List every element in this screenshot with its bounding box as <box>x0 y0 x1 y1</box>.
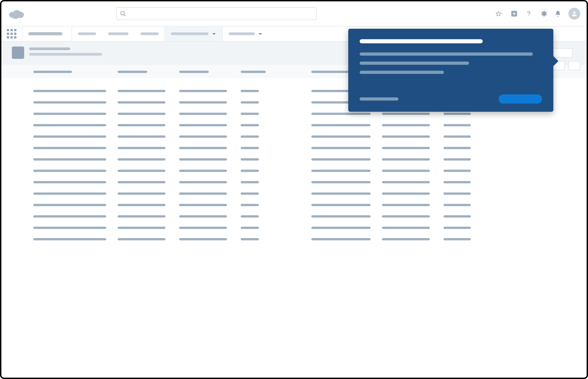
table-cell <box>311 227 382 229</box>
table-cell <box>33 192 118 195</box>
settings-gear-icon[interactable] <box>539 10 547 18</box>
table-cell <box>179 227 241 229</box>
table-cell <box>241 204 311 206</box>
favorite-icon[interactable] <box>496 10 504 18</box>
svg-marker-6 <box>496 11 501 16</box>
popover-body-line <box>360 71 444 74</box>
table-row[interactable] <box>33 176 576 188</box>
notifications-bell-icon[interactable] <box>554 10 562 18</box>
header-actions <box>496 8 580 20</box>
column-header[interactable] <box>311 71 350 73</box>
popover-arrow-icon <box>552 55 558 67</box>
popover-footer-text <box>360 97 398 101</box>
table-cell <box>118 113 179 115</box>
table-cell <box>118 147 179 149</box>
table-row[interactable] <box>33 142 576 154</box>
table-cell <box>241 215 311 218</box>
popover-body-line <box>360 62 469 65</box>
table-cell <box>311 238 382 240</box>
table-cell <box>382 238 443 240</box>
nav-tab-1[interactable] <box>72 26 102 41</box>
table-row[interactable] <box>33 120 576 131</box>
column-header[interactable] <box>179 71 209 73</box>
search-icon <box>120 11 126 17</box>
table-cell <box>311 158 382 160</box>
table-cell <box>311 170 382 172</box>
table-cell <box>443 192 489 195</box>
table-cell <box>33 227 118 229</box>
table-cell <box>33 135 118 138</box>
table-cell <box>241 227 311 229</box>
global-header <box>1 1 587 26</box>
table-cell <box>118 124 179 126</box>
table-cell <box>118 238 179 240</box>
action-button-3[interactable] <box>568 61 580 70</box>
table-cell <box>179 181 241 183</box>
search-input[interactable] <box>129 11 313 17</box>
global-search[interactable] <box>116 7 317 20</box>
help-icon[interactable] <box>525 10 533 18</box>
table-cell <box>33 181 118 183</box>
chevron-down-icon <box>212 32 216 36</box>
table-cell <box>118 101 179 104</box>
table-cell <box>311 147 382 149</box>
table-cell <box>382 192 443 195</box>
add-icon[interactable] <box>510 10 518 18</box>
table-cell <box>118 90 179 92</box>
table-cell <box>33 238 118 240</box>
nav-tab-3[interactable] <box>135 26 165 41</box>
table-cell <box>241 124 311 126</box>
app-window <box>0 0 588 379</box>
table-cell <box>33 215 118 218</box>
table-row[interactable] <box>33 154 576 165</box>
table-cell <box>179 192 241 195</box>
page-subtitle <box>29 53 102 56</box>
svg-point-10 <box>528 15 529 16</box>
table-row[interactable] <box>33 131 576 142</box>
table-cell <box>118 215 179 218</box>
column-header[interactable] <box>241 71 266 73</box>
popover-body-line <box>360 52 533 56</box>
table-cell <box>382 135 443 138</box>
table-cell <box>241 181 311 183</box>
table-cell <box>118 204 179 206</box>
user-avatar[interactable] <box>568 8 580 20</box>
table-cell <box>311 192 382 195</box>
table-cell <box>118 158 179 160</box>
table-row[interactable] <box>33 188 576 199</box>
nav-tab-5[interactable] <box>223 26 269 41</box>
table-cell <box>33 101 118 104</box>
column-header[interactable] <box>118 71 147 73</box>
table-cell <box>443 215 489 218</box>
table-cell <box>443 135 489 138</box>
nav-tab-4[interactable] <box>165 26 223 41</box>
table-cell <box>118 181 179 183</box>
table-cell <box>179 113 241 115</box>
table-cell <box>33 158 118 160</box>
table-cell <box>382 181 443 183</box>
table-row[interactable] <box>33 234 576 245</box>
nav-tab-2[interactable] <box>102 26 135 41</box>
table-cell <box>443 181 489 183</box>
svg-point-11 <box>573 11 575 14</box>
table-cell <box>311 181 382 183</box>
app-launcher-icon[interactable] <box>1 26 22 41</box>
table-cell <box>311 135 382 138</box>
table-cell <box>179 135 241 138</box>
table-cell <box>241 170 311 172</box>
table-cell <box>382 215 443 218</box>
table-row[interactable] <box>33 199 576 211</box>
svg-line-5 <box>124 15 125 16</box>
chevron-down-icon <box>258 32 263 36</box>
popover-title <box>360 39 483 43</box>
table-row[interactable] <box>33 165 576 176</box>
table-cell <box>179 204 241 206</box>
column-header[interactable] <box>33 71 72 73</box>
table-cell <box>179 158 241 160</box>
table-row[interactable] <box>33 211 576 222</box>
table-cell <box>443 147 489 149</box>
nav-tabs <box>72 26 269 41</box>
table-cell <box>179 215 241 218</box>
popover-cta-button[interactable] <box>499 95 542 104</box>
table-row[interactable] <box>33 222 576 234</box>
